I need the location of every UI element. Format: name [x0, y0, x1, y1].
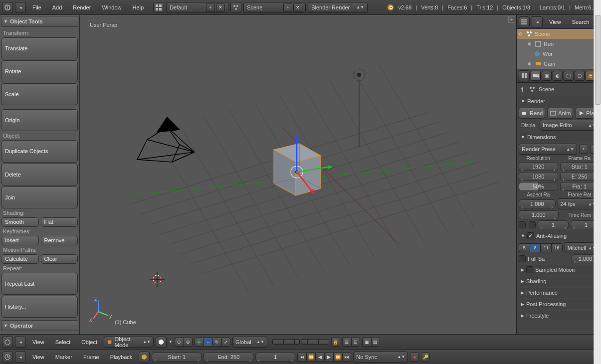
- properties-editor-icon[interactable]: [519, 70, 530, 81]
- aa-16-button[interactable]: 16: [551, 243, 563, 252]
- delete-button[interactable]: Delete: [1, 164, 78, 185]
- start-frame-field[interactable]: Start: 1: [152, 353, 201, 362]
- opengl-render-icon[interactable]: ▣: [362, 338, 371, 347]
- freestyle-section-header[interactable]: ▶Freestyle: [519, 311, 599, 321]
- calculate-button[interactable]: Calculate: [1, 254, 39, 264]
- preset-add-button[interactable]: +: [579, 145, 588, 154]
- outliner-view-menu[interactable]: View: [545, 14, 566, 29]
- pivot-buttons[interactable]: ⊙ ⊚: [175, 338, 193, 347]
- scene-dropdown[interactable]: Scene + ✕: [243, 2, 306, 13]
- animation-button[interactable]: Anim: [547, 108, 573, 119]
- layers-grid[interactable]: [272, 339, 300, 345]
- viewport-3d[interactable]: z y x User Persp (1) Cube +: [80, 15, 516, 334]
- flat-button[interactable]: Flat: [41, 217, 78, 227]
- view3d-view-menu[interactable]: View: [28, 335, 49, 350]
- sampled-motion-header[interactable]: ▶Sampled Motion: [519, 265, 599, 275]
- shading-dropdown[interactable]: [156, 337, 167, 348]
- manip-trans[interactable]: ↔: [203, 338, 212, 347]
- snap-toggle[interactable]: 𝌆: [342, 338, 351, 347]
- scale-button[interactable]: Scale: [1, 83, 78, 105]
- render-button[interactable]: Rend: [519, 108, 545, 119]
- display-dropdown[interactable]: Image Edito▲▼: [540, 120, 599, 131]
- timeline-collapse[interactable]: ◂: [15, 352, 26, 363]
- scene-browse-icon[interactable]: [230, 2, 241, 13]
- performance-section-header[interactable]: ▶Performance: [519, 288, 599, 298]
- lock-camera-icon[interactable]: 🔒: [331, 338, 340, 347]
- manip-toggle[interactable]: [195, 338, 203, 347]
- mode-dropdown[interactable]: Object Mode▲▼: [104, 337, 154, 348]
- scene-tab[interactable]: ◐: [553, 71, 563, 81]
- layers-buttons[interactable]: ↔ ↻ ⤢: [195, 338, 230, 347]
- outliner-renderlayers-row[interactable]: ⊕ Ren: [517, 39, 601, 49]
- aspect-x-field[interactable]: 1.000: [519, 199, 556, 208]
- play-rev-button[interactable]: ◀: [315, 353, 324, 362]
- orientation-dropdown[interactable]: Global▲▼: [232, 337, 267, 348]
- timeline-frame-menu[interactable]: Frame: [79, 350, 104, 364]
- outliner-search-menu[interactable]: Search: [568, 14, 594, 29]
- pivot-icon[interactable]: ⊙: [175, 338, 184, 347]
- pin-icon[interactable]: [519, 86, 526, 93]
- scene-add-button[interactable]: +: [283, 3, 292, 12]
- range-icon[interactable]: [139, 352, 150, 363]
- join-button[interactable]: Join: [1, 186, 78, 208]
- timeline-editor-icon[interactable]: [2, 352, 13, 363]
- view3d-collapse[interactable]: ◂: [15, 337, 26, 348]
- aspect-y-field[interactable]: 1.000: [519, 210, 559, 219]
- view3d-select-menu[interactable]: Select: [51, 335, 75, 350]
- insert-kf-button[interactable]: Insert: [1, 236, 39, 245]
- render-menu[interactable]: Render: [68, 0, 95, 15]
- rotate-button[interactable]: Rotate: [1, 60, 78, 82]
- engine-dropdown[interactable]: Blender Render ▲▼: [308, 2, 368, 13]
- render-toggles[interactable]: ▣ ▤: [362, 338, 380, 347]
- render-tab[interactable]: [531, 71, 541, 81]
- render-preset-dropdown[interactable]: Render Prese▲▼: [519, 144, 577, 155]
- view3d-object-menu[interactable]: Object: [77, 335, 102, 350]
- translate-button[interactable]: Translate: [1, 37, 78, 59]
- shading-section-header[interactable]: ▶Shading: [519, 276, 599, 286]
- render-section-header[interactable]: ▼Render: [519, 96, 599, 106]
- timeline-marker-menu[interactable]: Marker: [51, 350, 77, 364]
- region-split-icon[interactable]: +: [508, 16, 515, 23]
- help-menu[interactable]: Help: [128, 0, 149, 15]
- manip-scale[interactable]: ⤢: [221, 338, 230, 347]
- info-menu-collapse[interactable]: ◂: [15, 2, 26, 13]
- history-button[interactable]: History...: [1, 296, 78, 318]
- prev-kf-button[interactable]: ⏪: [306, 353, 315, 362]
- view3d-editor-icon[interactable]: [2, 337, 13, 348]
- res-pct-field[interactable]: 50%: [519, 182, 558, 191]
- remove-kf-button[interactable]: Remove: [41, 236, 78, 245]
- end-frame-field[interactable]: End: 250: [203, 353, 253, 362]
- aa-section-header[interactable]: ▼Anti-Aliasing: [519, 231, 599, 241]
- duplicate-button[interactable]: Duplicate Objects: [1, 140, 78, 162]
- outliner-scene-row[interactable]: ⊖ Scene: [517, 29, 601, 39]
- world-tab[interactable]: ◯: [564, 71, 574, 81]
- outliner-world-row[interactable]: Wor: [517, 49, 601, 59]
- current-frame-field[interactable]: 1: [255, 353, 295, 362]
- layout-browse-icon[interactable]: [153, 2, 164, 13]
- layout-add-button[interactable]: +: [206, 3, 215, 12]
- aa-5-button[interactable]: 5: [519, 243, 530, 252]
- outliner-editor-icon[interactable]: [519, 16, 530, 27]
- layout-del-button[interactable]: ✕: [216, 3, 225, 12]
- object-tools-header[interactable]: ▼Object Tools: [1, 16, 78, 27]
- aa-11-button[interactable]: 11: [540, 243, 551, 252]
- aa-enable-check[interactable]: [527, 232, 534, 239]
- layers-grid-2[interactable]: [302, 339, 329, 345]
- fps-dropdown[interactable]: 24 fps▲▼: [558, 198, 600, 209]
- crop-check[interactable]: [529, 221, 536, 228]
- timeline-view-menu[interactable]: View: [28, 350, 49, 364]
- window-menu[interactable]: Window: [97, 0, 126, 15]
- scene-del-button[interactable]: ✕: [293, 3, 302, 12]
- pivot-2[interactable]: ⊚: [184, 338, 193, 347]
- record-button[interactable]: ●: [410, 353, 419, 362]
- old-map-field[interactable]: 1: [538, 220, 569, 229]
- sync-dropdown[interactable]: No Sync▲▼: [353, 352, 408, 363]
- full-sample-check[interactable]: [519, 255, 526, 262]
- dimensions-section-header[interactable]: ▼Dimensions: [519, 132, 599, 142]
- snap-buttons[interactable]: 𝌆 ⊡: [342, 338, 360, 347]
- smooth-button[interactable]: Smooth: [1, 217, 39, 227]
- manip-rot[interactable]: ↻: [212, 338, 221, 347]
- clear-button[interactable]: Clear: [41, 254, 78, 264]
- object-tab[interactable]: ▢: [575, 71, 585, 81]
- outliner-collapse[interactable]: ◂: [532, 16, 543, 27]
